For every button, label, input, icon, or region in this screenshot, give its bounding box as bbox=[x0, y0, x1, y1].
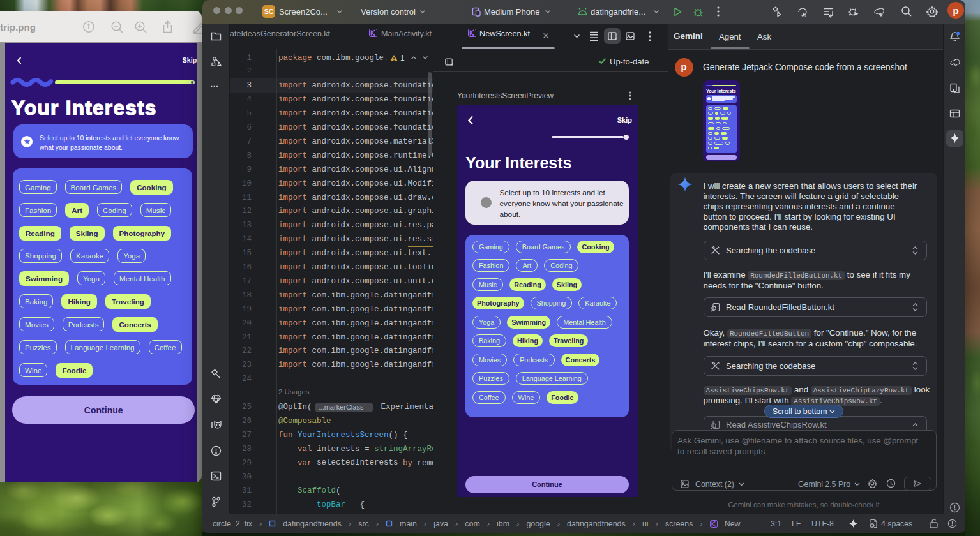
svg-text:A: A bbox=[802, 11, 806, 18]
